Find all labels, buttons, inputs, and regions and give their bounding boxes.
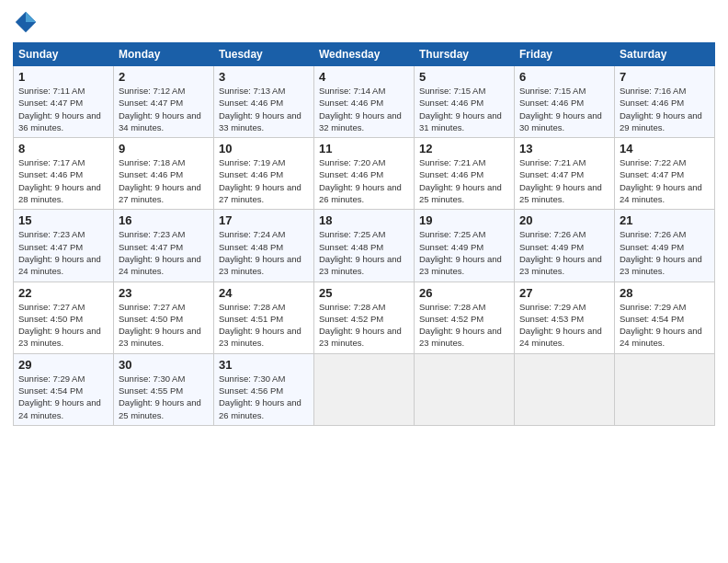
day-number: 28 [620,286,710,300]
logo-icon [13,9,39,35]
day-info: Sunrise: 7:25 AMSunset: 4:48 PMDaylight:… [319,229,402,276]
day-info: Sunrise: 7:26 AMSunset: 4:49 PMDaylight:… [519,229,602,276]
calendar-cell: 19 Sunrise: 7:25 AMSunset: 4:49 PMDaylig… [415,210,515,282]
week-row-5: 29 Sunrise: 7:29 AMSunset: 4:54 PMDaylig… [14,353,715,425]
day-info: Sunrise: 7:30 AMSunset: 4:56 PMDaylight:… [219,373,301,420]
weekday-header-tuesday: Tuesday [214,43,314,66]
calendar-cell: 13 Sunrise: 7:21 AMSunset: 4:47 PMDaylig… [515,138,615,210]
calendar-cell: 22 Sunrise: 7:27 AMSunset: 4:50 PMDaylig… [14,282,114,353]
day-info: Sunrise: 7:18 AMSunset: 4:46 PMDaylight:… [119,157,201,204]
calendar-cell [515,353,615,425]
day-info: Sunrise: 7:15 AMSunset: 4:46 PMDaylight:… [519,86,602,132]
day-info: Sunrise: 7:26 AMSunset: 4:49 PMDaylight:… [620,229,702,276]
day-number: 19 [419,213,509,227]
calendar-cell: 5 Sunrise: 7:15 AMSunset: 4:46 PMDayligh… [415,66,515,138]
day-info: Sunrise: 7:29 AMSunset: 4:54 PMDaylight:… [620,302,702,349]
day-info: Sunrise: 7:25 AMSunset: 4:49 PMDaylight:… [419,229,502,276]
day-info: Sunrise: 7:13 AMSunset: 4:46 PMDaylight:… [219,86,301,132]
week-row-4: 22 Sunrise: 7:27 AMSunset: 4:50 PMDaylig… [14,282,715,353]
day-number: 27 [519,286,609,300]
day-number: 4 [319,70,409,84]
calendar-cell: 31 Sunrise: 7:30 AMSunset: 4:56 PMDaylig… [214,353,314,425]
calendar-cell: 20 Sunrise: 7:26 AMSunset: 4:49 PMDaylig… [515,210,615,282]
day-info: Sunrise: 7:29 AMSunset: 4:54 PMDaylight:… [18,373,101,420]
day-info: Sunrise: 7:23 AMSunset: 4:47 PMDaylight:… [119,229,201,276]
day-number: 16 [119,213,209,227]
day-info: Sunrise: 7:22 AMSunset: 4:47 PMDaylight:… [620,157,702,204]
weekday-header-saturday: Saturday [615,43,715,66]
weekday-header-monday: Monday [114,43,214,66]
calendar-cell: 1 Sunrise: 7:11 AMSunset: 4:47 PMDayligh… [14,66,114,138]
day-info: Sunrise: 7:28 AMSunset: 4:51 PMDaylight:… [219,302,301,349]
day-number: 11 [319,142,409,155]
day-number: 13 [519,142,609,155]
calendar-cell: 16 Sunrise: 7:23 AMSunset: 4:47 PMDaylig… [114,210,214,282]
calendar-cell [615,353,715,425]
day-number: 6 [519,70,609,84]
day-number: 29 [18,358,108,372]
calendar-cell: 27 Sunrise: 7:29 AMSunset: 4:53 PMDaylig… [515,282,615,353]
day-info: Sunrise: 7:28 AMSunset: 4:52 PMDaylight:… [419,302,502,349]
day-info: Sunrise: 7:21 AMSunset: 4:47 PMDaylight:… [519,157,602,204]
day-number: 31 [219,358,309,372]
page: SundayMondayTuesdayWednesdayThursdayFrid… [0,0,728,563]
day-info: Sunrise: 7:12 AMSunset: 4:47 PMDaylight:… [119,86,201,132]
day-number: 22 [18,286,108,300]
week-row-3: 15 Sunrise: 7:23 AMSunset: 4:47 PMDaylig… [14,210,715,282]
calendar-cell: 28 Sunrise: 7:29 AMSunset: 4:54 PMDaylig… [615,282,715,353]
day-number: 25 [319,286,409,300]
calendar-cell: 25 Sunrise: 7:28 AMSunset: 4:52 PMDaylig… [314,282,415,353]
day-info: Sunrise: 7:20 AMSunset: 4:46 PMDaylight:… [319,157,402,204]
calendar-cell: 8 Sunrise: 7:17 AMSunset: 4:46 PMDayligh… [14,138,114,210]
day-info: Sunrise: 7:24 AMSunset: 4:48 PMDaylight:… [219,229,301,276]
calendar-cell: 26 Sunrise: 7:28 AMSunset: 4:52 PMDaylig… [415,282,515,353]
logo [13,9,42,35]
calendar-cell: 21 Sunrise: 7:26 AMSunset: 4:49 PMDaylig… [615,210,715,282]
calendar-cell: 6 Sunrise: 7:15 AMSunset: 4:46 PMDayligh… [515,66,615,138]
day-number: 2 [119,70,209,84]
day-number: 12 [419,142,509,155]
day-number: 8 [18,142,108,155]
calendar-cell: 7 Sunrise: 7:16 AMSunset: 4:46 PMDayligh… [615,66,715,138]
calendar-cell: 14 Sunrise: 7:22 AMSunset: 4:47 PMDaylig… [615,138,715,210]
day-number: 5 [419,70,509,84]
day-info: Sunrise: 7:15 AMSunset: 4:46 PMDaylight:… [419,86,502,132]
calendar-cell [314,353,415,425]
svg-marker-1 [26,12,36,22]
calendar-cell: 24 Sunrise: 7:28 AMSunset: 4:51 PMDaylig… [214,282,314,353]
day-number: 24 [219,286,309,300]
day-info: Sunrise: 7:27 AMSunset: 4:50 PMDaylight:… [119,302,201,349]
day-info: Sunrise: 7:11 AMSunset: 4:47 PMDaylight:… [18,86,101,132]
calendar-cell: 23 Sunrise: 7:27 AMSunset: 4:50 PMDaylig… [114,282,214,353]
day-info: Sunrise: 7:14 AMSunset: 4:46 PMDaylight:… [319,86,402,132]
day-info: Sunrise: 7:19 AMSunset: 4:46 PMDaylight:… [219,157,301,204]
day-info: Sunrise: 7:29 AMSunset: 4:53 PMDaylight:… [519,302,602,349]
day-info: Sunrise: 7:16 AMSunset: 4:46 PMDaylight:… [620,86,702,132]
calendar-table: SundayMondayTuesdayWednesdayThursdayFrid… [13,42,715,426]
header [13,9,715,35]
day-number: 3 [219,70,309,84]
day-number: 26 [419,286,509,300]
calendar-cell: 11 Sunrise: 7:20 AMSunset: 4:46 PMDaylig… [314,138,415,210]
weekday-header-thursday: Thursday [415,43,515,66]
calendar-cell [415,353,515,425]
calendar-cell: 12 Sunrise: 7:21 AMSunset: 4:46 PMDaylig… [415,138,515,210]
day-info: Sunrise: 7:30 AMSunset: 4:55 PMDaylight:… [119,373,201,420]
calendar-cell: 17 Sunrise: 7:24 AMSunset: 4:48 PMDaylig… [214,210,314,282]
calendar-cell: 29 Sunrise: 7:29 AMSunset: 4:54 PMDaylig… [14,353,114,425]
calendar-cell: 30 Sunrise: 7:30 AMSunset: 4:55 PMDaylig… [114,353,214,425]
day-info: Sunrise: 7:28 AMSunset: 4:52 PMDaylight:… [319,302,402,349]
day-info: Sunrise: 7:27 AMSunset: 4:50 PMDaylight:… [18,302,101,349]
day-number: 18 [319,213,409,227]
weekday-header-friday: Friday [515,43,615,66]
week-row-2: 8 Sunrise: 7:17 AMSunset: 4:46 PMDayligh… [14,138,715,210]
weekday-header-wednesday: Wednesday [314,43,415,66]
calendar-cell: 4 Sunrise: 7:14 AMSunset: 4:46 PMDayligh… [314,66,415,138]
day-number: 9 [119,142,209,155]
weekday-header-sunday: Sunday [14,43,114,66]
weekday-header-row: SundayMondayTuesdayWednesdayThursdayFrid… [14,43,715,66]
day-number: 17 [219,213,309,227]
day-number: 15 [18,213,108,227]
calendar-cell: 10 Sunrise: 7:19 AMSunset: 4:46 PMDaylig… [214,138,314,210]
day-number: 30 [119,358,209,372]
